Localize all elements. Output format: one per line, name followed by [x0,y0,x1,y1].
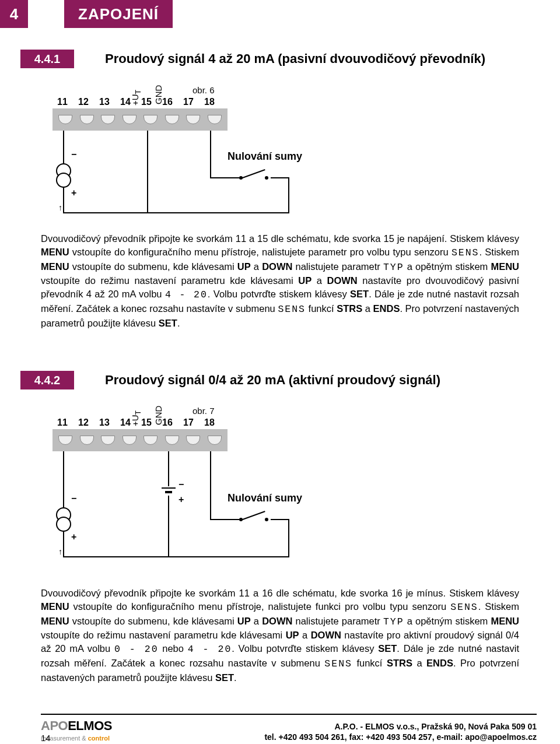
current-arrow: ↑I [58,547,65,556]
diagram-obr7: +UT GND obr. 7 11 12 13 14 15 16 17 18 −… [41,396,519,571]
minus-sign: − [178,479,184,490]
pin-numbers: 11 12 13 14 15 16 17 18 [55,97,217,107]
battery-symbol [160,487,177,493]
figure-label-7: obr. 7 [192,406,215,416]
body-text-442: Dvouvodičový převodník připojte ke svork… [41,587,519,684]
logo-apoelmos: APOELMOS [41,718,112,734]
null-sumy-label: Nulování sumy [228,150,302,163]
body-text-441: Dvouvodičový převodník připojte ke svork… [41,232,519,329]
terminal-block [52,108,228,131]
diagram-obr6: +UT GND obr. 6 11 12 13 14 15 16 17 18 −… [41,76,519,227]
page-number: 14 [41,733,51,743]
page-footer: APOELMOS measurement & control A.P.O. - … [0,714,560,744]
current-source-symbol [54,507,74,536]
footer-contact: tel. +420 493 504 261, fax: +420 493 504… [264,732,537,742]
minus-sign: − [71,149,76,160]
figure-label-6: obr. 6 [192,85,215,95]
logo-subtitle: measurement & control [41,735,110,742]
switch-symbol [239,169,274,187]
terminal-block [52,429,228,451]
section-number-441: 4.4.1 [20,50,74,68]
minus-sign: − [71,493,76,504]
footer-address: A.P.O. - ELMOS v.o.s., Pražská 90, Nová … [334,722,537,731]
null-sumy-label: Nulování sumy [228,492,302,504]
current-arrow: ↑I [58,203,65,212]
pin-numbers: 11 12 13 14 15 16 17 18 [55,417,217,428]
switch-symbol [239,511,274,528]
section-number-442: 4.4.2 [20,371,74,389]
plus-sign: + [71,532,76,542]
section-title-441: Proudový signál 4 až 20 mA (pasivní dvou… [105,51,485,66]
plus-sign: + [71,188,76,198]
chapter-title: ZAPOJENÍ [64,0,173,28]
chapter-number: 4 [0,0,28,28]
current-source-symbol [54,163,74,192]
section-title-442: Proudový signál 0/4 až 20 mA (aktivní pr… [105,373,440,388]
plus-sign: + [178,494,184,505]
footer-rule [41,714,537,715]
